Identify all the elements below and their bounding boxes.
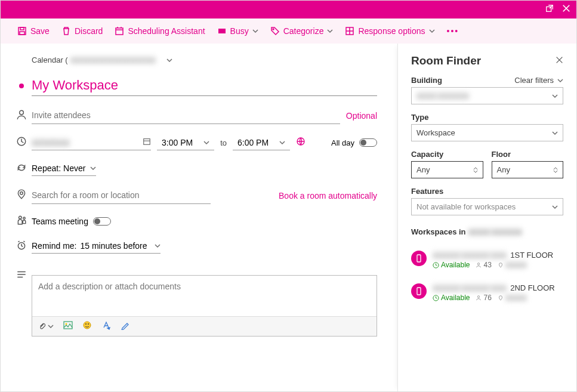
svg-rect-10 [144, 139, 150, 145]
floor-label: Floor [492, 150, 511, 159]
description-textarea[interactable]: Add a description or attach documents [32, 276, 377, 316]
svg-point-13 [19, 216, 22, 219]
capacity-badge: 76 [476, 294, 491, 302]
type-label: Type [411, 113, 428, 122]
response-options-dropdown[interactable]: Response options [345, 26, 434, 36]
scheduling-assistant-button[interactable]: Scheduling Assistant [115, 26, 205, 36]
save-label: Save [30, 26, 50, 36]
busy-label: Busy [230, 26, 249, 36]
svg-rect-5 [218, 29, 226, 33]
svg-point-17 [66, 323, 67, 325]
more-options-button[interactable]: ••• [447, 26, 459, 36]
availability-badge: Available [433, 261, 470, 269]
features-value: Not available for workspaces [416, 202, 516, 211]
type-dropdown[interactable]: Workspace [411, 124, 563, 141]
features-label: Features [411, 187, 443, 196]
building-dropdown[interactable]: xxxxx xxxxxxxx [411, 87, 563, 104]
popout-icon[interactable] [545, 4, 554, 15]
to-label: to [220, 138, 227, 147]
title-row [11, 75, 377, 96]
main-area: Calendar ( xxxxxxxxxxxxxxxxxxxxxx Option… [1, 44, 576, 391]
event-title-input[interactable] [32, 75, 377, 96]
workspaces-heading: Workspaces in xxxxx xxxxxxx [411, 227, 563, 236]
description-box: Add a description or attach documents [32, 275, 377, 337]
location-row: Book a room automatically [11, 187, 377, 204]
reminder-select[interactable]: Remind me: 15 minutes before [32, 239, 161, 254]
alarm-icon [16, 240, 27, 253]
image-icon[interactable] [63, 321, 73, 332]
close-icon[interactable] [562, 4, 570, 15]
svg-rect-3 [20, 32, 24, 35]
description-icon [16, 269, 27, 282]
discard-button[interactable]: Discard [61, 26, 103, 36]
type-value: Workspace [416, 128, 455, 137]
svg-point-23 [478, 263, 480, 265]
end-time-value: 6:00 PM [237, 138, 269, 147]
book-room-auto-link[interactable]: Book a room automatically [279, 191, 377, 200]
building-label: Building [411, 76, 442, 85]
busy-dropdown[interactable]: Busy [217, 26, 258, 36]
building-value-redacted: xxxxx xxxxxxxx [416, 91, 469, 100]
calendar-icon [143, 137, 151, 147]
optional-attendees-link[interactable]: Optional [346, 111, 377, 121]
svg-rect-21 [417, 255, 421, 262]
emoji-icon[interactable] [82, 320, 92, 332]
date-value-redacted: xx/xx/xxxx [32, 138, 70, 147]
format-icon[interactable] [101, 320, 111, 332]
location-badge: xxxxxx [498, 294, 527, 302]
workspace-name-redacted: xxxxxxx xxxxxxx xxxx [433, 251, 507, 260]
availability-badge: Available [433, 294, 470, 302]
workspace-result[interactable]: xxxxxxx xxxxxxx xxxx 2ND FLOOR Available… [411, 283, 563, 302]
svg-point-8 [20, 110, 24, 115]
start-time-value: 3:00 PM [162, 138, 193, 147]
workspace-icon [411, 283, 427, 299]
room-finder-pane: Room Finder Building Clear filters xxxxx… [397, 44, 576, 391]
calendar-selector[interactable]: Calendar ( xxxxxxxxxxxxxxxxxxxxxx [32, 55, 377, 64]
description-toolbar [32, 316, 377, 336]
repeat-row: Repeat: Never [11, 161, 377, 176]
discard-label: Discard [75, 26, 103, 36]
teams-meeting-toggle[interactable] [93, 217, 111, 226]
repeat-label: Repeat: [32, 163, 61, 173]
attendees-row: Optional [11, 107, 377, 124]
categorize-label: Categorize [283, 26, 324, 36]
floor-spinner[interactable]: Any [492, 161, 564, 178]
svg-point-19 [85, 323, 87, 325]
svg-rect-2 [20, 27, 24, 30]
capacity-spinner[interactable]: Any [411, 161, 483, 178]
categorize-dropdown[interactable]: Categorize [270, 26, 334, 36]
svg-rect-4 [116, 28, 123, 35]
location-input[interactable] [32, 187, 211, 204]
clear-filters-link[interactable]: Clear filters [514, 76, 563, 85]
pen-icon[interactable] [121, 320, 130, 332]
svg-rect-24 [417, 288, 421, 295]
end-time-select[interactable]: 6:00 PM [233, 135, 290, 150]
features-dropdown[interactable]: Not available for workspaces [411, 198, 563, 215]
room-finder-title: Room Finder [411, 54, 481, 67]
teams-icon [16, 215, 27, 228]
response-label: Response options [358, 26, 425, 36]
svg-point-6 [273, 29, 274, 30]
person-icon [16, 109, 27, 122]
workspace-floor: 2ND FLOOR [510, 283, 554, 292]
save-button[interactable]: Save [17, 26, 50, 36]
svg-point-14 [23, 217, 25, 219]
workspace-result[interactable]: xxxxxxx xxxxxxx xxxx 1ST FLOOR Available… [411, 251, 563, 269]
date-picker[interactable]: xx/xx/xxxx [32, 135, 151, 150]
teams-meeting-label: Teams meeting [32, 217, 88, 226]
calendar-name-redacted: xxxxxxxxxxxxxxxxxxxxxx [70, 55, 156, 64]
timezone-icon[interactable] [296, 137, 306, 149]
reminder-row: Remind me: 15 minutes before [11, 239, 377, 254]
attach-icon[interactable] [38, 322, 54, 331]
all-day-toggle[interactable] [359, 138, 377, 147]
repeat-select[interactable]: Repeat: Never [32, 161, 96, 176]
workspaces-location-redacted: xxxxx xxxxxxx [468, 227, 522, 236]
start-time-select[interactable]: 3:00 PM [157, 135, 214, 150]
attendees-input[interactable] [32, 107, 340, 124]
scheduling-label: Scheduling Assistant [128, 26, 205, 36]
workspace-name-redacted: xxxxxxx xxxxxxx xxxx [433, 283, 507, 292]
calendar-label: Calendar ( [32, 55, 68, 64]
window-title-bar [1, 1, 576, 18]
close-room-finder-icon[interactable] [556, 56, 563, 66]
svg-point-26 [478, 296, 480, 298]
